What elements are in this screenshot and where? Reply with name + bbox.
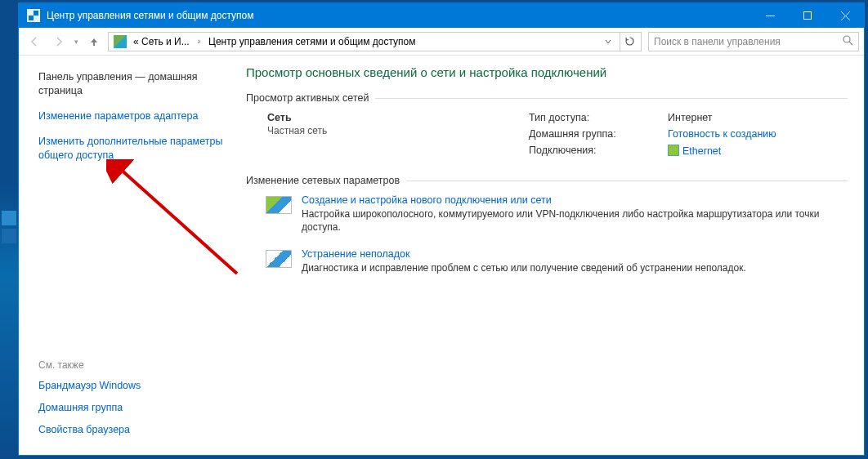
search-input[interactable]: Поиск в панели управления [648, 32, 859, 51]
svg-line-5 [849, 42, 852, 45]
sidebar-adapter-settings-link[interactable]: Изменение параметров адаптера [38, 109, 226, 123]
task-new-connection-link[interactable]: Создание и настройка нового подключения … [302, 194, 848, 206]
access-type-label: Тип доступа: [529, 112, 668, 123]
homegroup-link[interactable]: Готовность к созданию [668, 128, 776, 140]
recent-dropdown-icon[interactable]: ▾ [73, 38, 80, 46]
window-title: Центр управления сетями и общим доступом [47, 10, 751, 21]
main-panel: Просмотр основных сведений о сети и наст… [239, 56, 864, 455]
sidebar: Панель управления — домашняя страница Из… [19, 56, 239, 455]
chevron-right-icon[interactable]: › [195, 37, 204, 46]
close-button[interactable] [826, 3, 864, 28]
sidebar-homegroup-link[interactable]: Домашняя группа [38, 401, 226, 415]
network-name: Сеть [267, 112, 512, 123]
access-type-value: Интернет [668, 112, 848, 123]
sidebar-home-link[interactable]: Панель управления — домашняя страница [38, 70, 226, 98]
minimize-button[interactable] [751, 3, 789, 28]
search-icon [843, 35, 853, 48]
change-settings-header: Изменение сетевых параметров [246, 175, 848, 186]
sidebar-advanced-sharing-link[interactable]: Изменить дополнительные параметры общего… [38, 135, 226, 163]
active-networks-header: Просмотр активных сетей [246, 92, 848, 104]
network-category: Частная сеть [267, 125, 512, 136]
address-bar: ▾ « Сеть и И... › Центр управления сетям… [19, 28, 864, 56]
active-network-row: Сеть Частная сеть Тип доступа: Интернет … [267, 112, 848, 157]
back-button[interactable] [24, 31, 45, 52]
window: Центр управления сетями и общим доступом… [18, 2, 865, 456]
svg-rect-1 [804, 12, 812, 20]
connections-label: Подключения: [529, 145, 668, 156]
up-button[interactable] [83, 31, 105, 52]
see-also-header: См. также [38, 359, 226, 371]
desktop-taskbar-strip [0, 0, 18, 459]
breadcrumb[interactable]: « Сеть и И... › Центр управления сетями … [108, 32, 642, 51]
ethernet-icon [668, 145, 679, 156]
page-title: Просмотр основных сведений о сети и наст… [246, 65, 848, 79]
task-troubleshoot-desc: Диагностика и исправление проблем с сеть… [302, 261, 848, 274]
svg-point-4 [843, 36, 850, 42]
connection-link[interactable]: Ethernet [682, 145, 721, 157]
task-troubleshoot-link[interactable]: Устранение неполадок [302, 248, 848, 260]
sidebar-browser-props-link[interactable]: Свойства браузера [38, 423, 226, 437]
refresh-button[interactable] [620, 33, 639, 51]
breadcrumb-seg-network[interactable]: « Сеть и И... [130, 34, 193, 49]
breadcrumb-dropdown[interactable] [598, 33, 618, 51]
titlebar[interactable]: Центр управления сетями и общим доступом [19, 3, 864, 28]
sidebar-firewall-link[interactable]: Брандмауэр Windows [38, 379, 226, 393]
homegroup-label: Домашняя группа: [529, 128, 668, 140]
app-icon [27, 9, 40, 22]
breadcrumb-seg-current[interactable]: Центр управления сетями и общим доступом [205, 34, 419, 49]
maximize-button[interactable] [789, 3, 826, 28]
new-connection-icon [266, 196, 292, 214]
location-icon [114, 35, 127, 48]
troubleshoot-icon [266, 250, 292, 268]
forward-button[interactable] [48, 31, 69, 52]
search-placeholder: Поиск в панели управления [654, 36, 781, 47]
task-troubleshoot: Устранение неполадок Диагностика и испра… [266, 248, 848, 274]
task-new-connection-desc: Настройка широкополосного, коммутируемог… [302, 207, 848, 234]
task-new-connection: Создание и настройка нового подключения … [266, 194, 848, 234]
